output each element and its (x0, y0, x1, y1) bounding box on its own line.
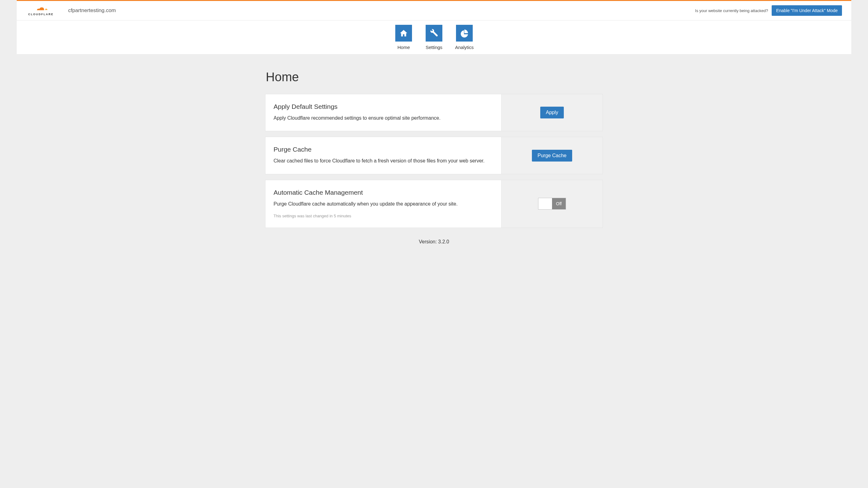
toggle-handle (538, 198, 552, 209)
auto-cache-meta: This settings was last changed in 5 minu… (274, 213, 493, 218)
nav-home-label: Home (398, 45, 410, 50)
domain-name: cfpartnertesting.com (68, 7, 116, 13)
nav-settings-label: Settings (426, 45, 442, 50)
wrench-icon (426, 25, 442, 41)
apply-defaults-title: Apply Default Settings (274, 103, 493, 110)
apply-button[interactable]: Apply (540, 107, 564, 118)
logo-text: CLOUDFLARE (28, 13, 54, 16)
purge-cache-button[interactable]: Purge Cache (532, 150, 572, 162)
purge-cache-desc: Clear cached files to force Cloudflare t… (274, 157, 493, 164)
under-attack-button[interactable]: Enable "I'm Under Attack" Mode (772, 5, 842, 16)
toggle-label: Off (552, 198, 566, 209)
cloudflare-logo: CLOUDFLARE (26, 5, 56, 16)
version-text: Version: 3.2.0 (265, 233, 603, 247)
page-title: Home (266, 70, 603, 84)
card-apply-defaults: Apply Default Settings Apply Cloudflare … (265, 94, 603, 131)
apply-defaults-desc: Apply Cloudflare recommended settings to… (274, 115, 493, 121)
auto-cache-toggle[interactable]: Off (538, 198, 566, 209)
attack-question-text: Is your website currently being attacked… (695, 8, 768, 13)
home-icon (395, 25, 412, 41)
pie-chart-icon (456, 25, 473, 41)
auto-cache-title: Automatic Cache Management (274, 189, 493, 196)
header-bar: CLOUDFLARE cfpartnertesting.com Is your … (17, 0, 851, 21)
cloud-icon (31, 5, 51, 12)
nav-analytics-label: Analytics (455, 45, 474, 50)
main-content: Home Apply Default Settings Apply Cloudf… (265, 55, 603, 256)
purge-cache-title: Purge Cache (274, 146, 493, 153)
nav-analytics[interactable]: Analytics (454, 25, 475, 50)
nav-settings[interactable]: Settings (423, 25, 445, 50)
card-purge-cache: Purge Cache Clear cached files to force … (265, 137, 603, 174)
nav-home[interactable]: Home (393, 25, 414, 50)
card-auto-cache: Automatic Cache Management Purge Cloudfl… (265, 180, 603, 228)
nav-bar: Home Settings Analytics (17, 21, 851, 55)
auto-cache-desc: Purge Cloudflare cache automatically whe… (274, 201, 493, 207)
